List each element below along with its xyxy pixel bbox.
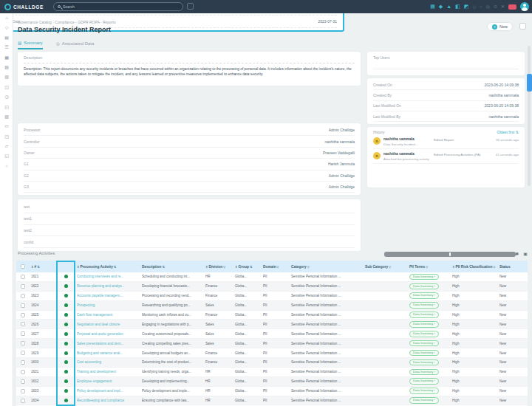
glossary-icon[interactable]: ◱ <box>0 151 13 161</box>
processing-activity-link[interactable]: Policy development and impl... <box>75 389 140 393</box>
row-checkbox[interactable] <box>21 303 25 308</box>
pii-term-pill[interactable]: Data Inventory <box>409 331 439 337</box>
pii-term-pill[interactable]: Data Inventory <box>409 350 439 357</box>
field-row[interactable]: Processor Admin Challdge <box>24 125 355 136</box>
column-header-processing-activity[interactable]: ⇕Processing Activity⇅ <box>75 265 140 269</box>
row-checkbox[interactable] <box>21 313 25 317</box>
column-header-pii-risk-classification[interactable]: ⇕PII Risk Classification▽ <box>451 265 498 269</box>
breadcrumb[interactable]: Governance Catalog - Compliance - GDPR R… <box>18 20 115 24</box>
column-header-description[interactable]: Description⇅ <box>140 265 204 269</box>
reports-app-icon[interactable]: ◩ <box>464 4 469 10</box>
processing-activity-link[interactable]: Accounts payable managem... <box>75 294 140 297</box>
help-icon[interactable]: ◇ <box>472 4 476 10</box>
tab-summary[interactable]: ▤ Summary <box>18 41 43 49</box>
pii-term-pill[interactable]: Data Inventory <box>409 340 439 347</box>
reports-icon[interactable]: ▨ <box>0 112 13 122</box>
advanced-search-icon[interactable] <box>187 3 194 10</box>
records-icon[interactable]: ▱ <box>0 142 13 151</box>
pii-term-pill[interactable]: Data Inventory <box>409 283 439 290</box>
field-row[interactable]: G1 Harish Jammula <box>24 159 355 170</box>
documents-icon[interactable]: ▥ <box>0 72 13 82</box>
notifications-badge-icon[interactable] <box>508 4 516 10</box>
processing-activity-link[interactable]: Employee engagement <box>75 379 140 383</box>
field-row[interactable]: Controller nashitha sammala <box>24 136 355 147</box>
horizontal-scrollbar[interactable] <box>384 252 516 257</box>
modules-icon[interactable]: ◰ <box>0 103 13 112</box>
pii-term-pill[interactable]: Data Inventory <box>409 359 439 366</box>
row-checkbox[interactable] <box>21 275 25 279</box>
field-row[interactable]: G3 Admin Challdge <box>24 182 355 193</box>
row-checkbox[interactable] <box>21 294 25 298</box>
field-row[interactable]: G2 Admin Challdge <box>24 171 355 182</box>
custom-field-row[interactable]: test <box>24 202 355 213</box>
row-checkbox[interactable] <box>21 284 25 289</box>
tab-associated-data[interactable]: ◎ Associated Data <box>56 41 95 49</box>
vertical-scrollbar-track[interactable] <box>528 46 531 186</box>
column-header-category[interactable]: Category▽ <box>290 265 364 269</box>
workflow-icon[interactable]: ◳ <box>0 132 13 142</box>
app-logo[interactable]: CHALLDGE <box>4 4 44 10</box>
description-text[interactable]: Description: This report documents any s… <box>24 66 355 77</box>
pii-term-pill[interactable]: Data Inventory <box>409 302 439 309</box>
row-checkbox[interactable] <box>21 341 25 345</box>
table-settings-icon[interactable]: ✱ <box>515 251 519 256</box>
custom-field-row[interactable]: test2 <box>24 225 355 237</box>
mail-icon[interactable]: ▭ <box>0 122 13 131</box>
row-checkbox[interactable] <box>21 399 25 403</box>
top-users-empty-field[interactable] <box>373 69 519 69</box>
processing-activity-link[interactable]: Prospecting <box>75 303 140 307</box>
pii-term-pill[interactable]: Data Inventory <box>409 397 439 404</box>
pii-term-pill[interactable]: Data Inventory <box>409 369 439 376</box>
expand-icon[interactable]: ✕ <box>501 4 505 10</box>
row-checkbox[interactable] <box>21 360 25 365</box>
processing-activity-link[interactable]: Training and development <box>75 370 140 374</box>
column-header-division[interactable]: ⇕Division▽ <box>204 265 233 269</box>
field-row[interactable]: Owner Praveen Vaddegalli <box>24 148 355 159</box>
announcements-icon[interactable]: ○ <box>480 4 482 10</box>
column-header-status[interactable]: Status <box>498 265 525 269</box>
layers-icon[interactable]: ▧ <box>0 63 13 72</box>
custom-field-row[interactable]: test1 <box>24 213 355 225</box>
processing-activity-link[interactable]: Recordkeeping and compliance <box>75 399 140 402</box>
row-checkbox[interactable] <box>21 322 25 326</box>
column-header-domain[interactable]: Domain▽ <box>262 265 290 269</box>
pii-term-pill[interactable]: Data Inventory <box>409 274 439 281</box>
row-checkbox[interactable] <box>21 370 25 374</box>
row-checkbox[interactable] <box>21 389 25 393</box>
processing-activity-link[interactable]: Conducting interviews and re... <box>75 275 140 278</box>
global-search-input[interactable]: Search <box>53 2 183 11</box>
pii-term-pill[interactable]: Data Inventory <box>409 321 439 328</box>
menu-icon[interactable]: ☰ <box>0 43 13 52</box>
pii-term-pill[interactable]: Data Inventory <box>409 292 439 299</box>
settings-icon[interactable]: ◎ <box>486 4 490 10</box>
column-header-pii-terms[interactable]: PII Terms▽ <box>408 265 451 269</box>
row-checkbox[interactable] <box>21 379 25 384</box>
vertical-scrollbar-thumb[interactable] <box>527 74 532 92</box>
share-icon[interactable]: ◫ <box>0 83 13 92</box>
processing-activity-link[interactable]: Cost accounting <box>75 360 140 364</box>
custom-field-row[interactable]: confid <box>24 236 355 248</box>
processing-activity-link[interactable]: Sales presentations and dem... <box>75 342 140 345</box>
column-header-sub-category[interactable]: Sub Category▽ <box>364 265 408 269</box>
processing-activity-link[interactable]: Negotiation and deal closure <box>75 323 140 326</box>
pii-term-pill[interactable]: Data Inventory <box>409 378 439 385</box>
column-header-group[interactable]: ⇕Group⇅ <box>233 265 262 269</box>
database-icon[interactable]: ○ <box>0 162 13 171</box>
processing-activity-link[interactable]: Budgeting and variance anal... <box>75 351 140 355</box>
table-fullscreen-icon[interactable]: ▣ <box>523 251 528 256</box>
pii-term-pill[interactable]: Data Inventory <box>409 388 439 394</box>
catalog-app-icon[interactable]: ◆ <box>439 4 443 10</box>
row-checkbox[interactable] <box>21 331 25 336</box>
processing-activity-link[interactable]: Cash flow management <box>75 313 140 317</box>
info-icon[interactable]: ⊙ <box>494 4 497 10</box>
processing-activity-link[interactable]: Revenue planning and analys... <box>75 284 140 288</box>
pin-icon[interactable]: ◇ <box>0 23 13 32</box>
history-entry[interactable]: n nashitha sammala Attached the processi… <box>373 149 519 164</box>
history-sort-toggle[interactable]: Oldest first ⇅ <box>497 130 519 134</box>
history-entry[interactable]: n nashitha sammala Data Security Inciden… <box>373 134 519 149</box>
pii-term-pill[interactable]: Data Inventory <box>409 312 439 318</box>
column-header-id[interactable]: ⇕#⇅ <box>30 265 56 269</box>
select-all-checkbox[interactable] <box>16 264 30 269</box>
new-button[interactable]: + New <box>487 22 513 31</box>
more-options-icon[interactable] <box>519 23 526 30</box>
